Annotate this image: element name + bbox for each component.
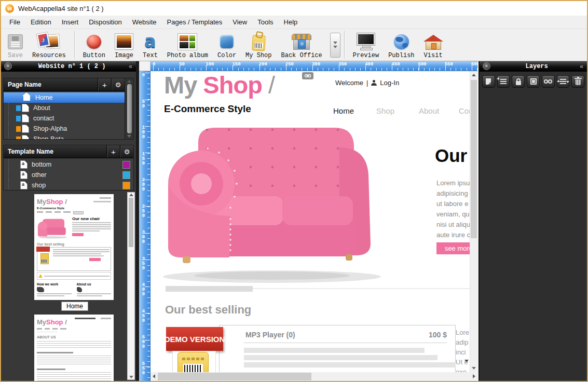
template-row-shop[interactable]: shop — [4, 180, 133, 190]
design-canvas[interactable]: My Shop / Welcome | Log-In E-Commerce St… — [151, 71, 470, 372]
scroll-down-icon[interactable] — [127, 135, 131, 138]
login-link[interactable]: Log-In — [380, 79, 399, 87]
page-row-shop-beta[interactable]: Shop-Beta — [4, 134, 125, 140]
product-name: MP3 Player (0) — [245, 331, 295, 339]
scroll-up-icon[interactable] — [129, 194, 133, 196]
canvas-horizontal-scrollbar[interactable] — [151, 372, 477, 381]
page-row-home[interactable]: Home — [4, 92, 125, 103]
layers-tool-frame-button[interactable] — [527, 75, 540, 88]
hero-title[interactable]: Our — [435, 145, 467, 166]
close-icon[interactable]: × — [483, 62, 490, 70]
text-overflow-icon[interactable] — [464, 362, 469, 372]
see-more-button[interactable]: see more — [436, 242, 470, 254]
site-nav-shop[interactable]: Shop — [376, 106, 394, 115]
page-row-contact[interactable]: contact — [4, 113, 125, 124]
scrollbar-thumb[interactable] — [158, 373, 311, 380]
toolbar-more-button[interactable] — [330, 33, 340, 58]
page-list-header: Page Name + ⚙ — [4, 78, 133, 91]
website-panel-header: × Website n° 1 ( 2 ) « — [1, 61, 136, 72]
photo-album-icon — [178, 34, 197, 50]
scroll-down-icon[interactable] — [472, 367, 476, 370]
add-template-button[interactable]: + — [106, 145, 120, 158]
template-settings-button[interactable]: ⚙ — [120, 145, 133, 158]
link-anchor-icon[interactable] — [302, 72, 313, 79]
toolbar-button-button[interactable]: Button — [78, 29, 110, 61]
toolbar-visit-button[interactable]: Visit — [419, 29, 447, 61]
product-card[interactable]: MP3 Player (0) 100 $ — [219, 325, 456, 372]
page-row-about[interactable]: About — [4, 103, 125, 113]
site-tagline[interactable]: E-Commerce Style — [164, 103, 251, 115]
toolbar-back-office-button[interactable]: Back Office — [277, 29, 327, 61]
site-welcome-bar[interactable]: Welcome | Log-In — [335, 79, 399, 87]
hero-paragraph[interactable]: Lorem ipsuadipisicingut labore eveniam, … — [436, 178, 470, 251]
scroll-right-icon[interactable] — [473, 374, 475, 378]
menu-item[interactable]: Website — [127, 18, 162, 26]
template-row-bottom[interactable]: bottom — [4, 159, 133, 170]
scrollbar-thumb[interactable] — [471, 80, 477, 238]
thumbnail-home-page[interactable]: MyShop / E-Commerce Style Our new — [34, 194, 114, 300]
site-nav-contact[interactable]: Contact — [459, 106, 470, 115]
toolbar-button-label: Preview — [353, 52, 379, 59]
layers-tool-add-to-layer-button[interactable] — [497, 75, 510, 88]
template-label: shop — [32, 182, 46, 189]
add-page-button[interactable]: + — [98, 78, 111, 91]
toolbar-button-label: Color — [217, 52, 236, 59]
toolbar-photo-album-button[interactable]: Photo album — [162, 29, 213, 61]
layers-tool-delete-button[interactable] — [571, 75, 584, 88]
site-nav-home[interactable]: Home — [333, 106, 354, 115]
toolbar-publish-button[interactable]: Publish — [384, 29, 419, 61]
page-settings-button[interactable]: ⚙ — [111, 78, 125, 91]
menu-item[interactable]: Disposition — [84, 18, 127, 26]
collapse-panel-icon[interactable]: « — [580, 63, 583, 70]
page-list-title: Page Name — [4, 81, 98, 88]
menu-item[interactable]: Pages / Templates — [162, 18, 228, 26]
toolbar-save-button[interactable]: Save — [3, 29, 28, 61]
app-logo-icon: w — [5, 4, 14, 13]
side-text-line: Lore — [456, 328, 469, 337]
site-logo[interactable]: My Shop / — [164, 72, 275, 98]
thumbnail-about-page[interactable]: MyShop / ABOUT US — [34, 315, 114, 381]
menu-item[interactable]: File — [4, 18, 25, 26]
scroll-up-icon[interactable] — [472, 74, 476, 76]
menu-item[interactable]: Insert — [57, 18, 84, 26]
menu-item[interactable]: View — [227, 18, 252, 26]
toolbar-resources-button[interactable]: Resources — [28, 29, 71, 61]
product-tag-image[interactable] — [177, 352, 209, 372]
site-nav-about[interactable]: About — [419, 106, 439, 115]
toolbar-color-button[interactable]: Color — [213, 29, 241, 61]
canvas-vertical-scrollbar[interactable] — [470, 71, 477, 372]
couch-hero-image[interactable] — [153, 120, 395, 285]
window-close-button[interactable] — [562, 1, 587, 16]
scrollbar-thumb[interactable] — [127, 84, 132, 133]
page-icon — [22, 125, 29, 133]
layers-tool-lock-button[interactable] — [512, 75, 525, 88]
window-maximize-button[interactable] — [537, 1, 562, 16]
layers-tool-reorder-button[interactable] — [557, 75, 570, 88]
thumb-section-title: Our best selling — [37, 242, 111, 246]
scroll-left-icon[interactable] — [153, 374, 155, 378]
close-icon[interactable]: × — [4, 62, 12, 70]
toolbar-text-button[interactable]: Text — [138, 29, 162, 61]
best-selling-title[interactable]: Our best selling — [165, 303, 251, 317]
page-row-shop-alpha[interactable]: Shop-Alpha — [4, 124, 125, 134]
template-row-other[interactable]: other — [4, 170, 133, 180]
layers-panel: × Layers « — [478, 61, 587, 381]
scrollbar-thumb[interactable] — [129, 198, 133, 247]
collapse-panel-icon[interactable]: « — [129, 63, 132, 70]
layers-tool-new-layer-button[interactable] — [482, 75, 495, 88]
menu-item[interactable]: Help — [279, 18, 303, 26]
window-title: WebAcappella4 site n°1 ( 2 ) — [18, 5, 104, 12]
chevron-down-icon — [333, 42, 337, 44]
layers-tool-link-button[interactable] — [542, 75, 555, 88]
scroll-down-icon[interactable] — [129, 376, 133, 378]
scroll-up-icon[interactable] — [127, 80, 131, 83]
toolbar-my-shop-button[interactable]: My Shop — [241, 29, 276, 61]
toolbar-image-button[interactable]: Image — [110, 29, 138, 61]
toolbar-preview-button[interactable]: Preview — [348, 29, 384, 61]
window-minimize-button[interactable] — [512, 1, 537, 16]
menu-item[interactable]: Tools — [252, 18, 278, 26]
page-list-scrollbar[interactable] — [125, 78, 133, 139]
toolbar-button-label: Publish — [388, 52, 414, 59]
thumbnail-scrollbar[interactable] — [127, 192, 135, 380]
menu-item[interactable]: Edition — [25, 18, 57, 26]
